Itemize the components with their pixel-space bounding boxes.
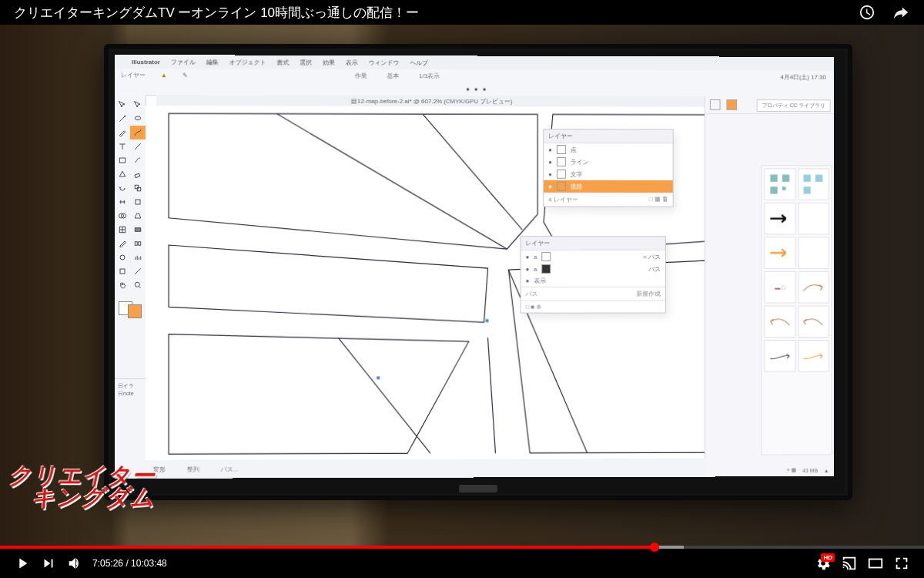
artboard-tool-icon [115, 264, 130, 278]
ai-menu-item: ヘルプ [410, 59, 428, 67]
layer2-row: ●表示 [521, 275, 665, 287]
svg-rect-11 [139, 242, 141, 245]
doc-icon: ▤ [351, 97, 357, 104]
watch-later-icon[interactable] [858, 3, 876, 22]
next-button[interactable] [35, 550, 62, 576]
fullscreen-button[interactable] [889, 550, 915, 576]
shape-builder-icon [115, 209, 130, 223]
video-player: { "video": { "title": "クリエイターキングダムTV ーオン… [0, 0, 924, 578]
direct-select-tool-icon [130, 98, 146, 112]
asset-arrow-icon [764, 203, 795, 235]
scale-tool-icon [130, 181, 146, 195]
asset-curve-arrow-icon [798, 340, 829, 372]
asset-curve-arrow-icon [764, 305, 795, 338]
svg-rect-20 [782, 187, 786, 190]
slice-tool-icon [130, 264, 146, 278]
tv-brand-badge [459, 485, 497, 492]
time-display: 7:05:26 / 10:03:48 [92, 558, 167, 569]
lasso-tool-icon [130, 112, 146, 126]
current-time: 7:05:26 [92, 558, 123, 569]
left-panel-item: 日note [118, 390, 142, 398]
mute-button[interactable] [62, 550, 88, 576]
layer2-row: ●aパス [521, 263, 665, 275]
symbol-tool-icon [115, 250, 130, 264]
svg-rect-10 [135, 242, 137, 245]
ai-app-name: Illustrator [132, 59, 160, 66]
layer-row: ●ライン [544, 156, 672, 168]
video-title-bar: クリエイターキングダムTV ーオンライン 10時間ぶっ通しの配信！ー [0, 0, 924, 25]
ai-memory-status: + ▦43 MB▲ [787, 467, 829, 473]
logo-line2: キングダム [31, 487, 159, 509]
blend-tool-icon [130, 237, 146, 250]
svg-rect-2 [135, 173, 140, 178]
curvature-tool-icon [130, 126, 146, 139]
gradient-tool-icon [130, 223, 146, 237]
video-content[interactable]: Illustrator ファイル 編集 オブジェクト 書式 選択 効果 表示 ウ… [0, 25, 924, 546]
svg-rect-24 [869, 560, 882, 568]
video-title: クリエイターキングダムTV ーオンライン 10時間ぶっ通しの配信！ー [14, 4, 419, 22]
svg-rect-5 [136, 200, 140, 204]
duration: 10:03:48 [131, 558, 167, 569]
svg-rect-13 [120, 269, 125, 274]
magic-wand-icon [115, 112, 130, 126]
svg-rect-3 [135, 185, 138, 189]
ai-left-mini-panel: 日イラ 日note [115, 378, 146, 440]
perspective-tool-icon [130, 209, 146, 223]
share-icon[interactable] [892, 3, 910, 22]
asset-curve-arrow-icon [798, 271, 829, 304]
layer2-row: ●a< パス [521, 250, 665, 263]
brush-tool-icon [130, 153, 146, 167]
svg-rect-19 [770, 187, 777, 193]
left-panel-item: 日イラ [118, 382, 142, 390]
svg-rect-15 [486, 319, 489, 322]
pen-icon: ✎ [182, 72, 188, 79]
eyedropper-tool-icon [115, 237, 130, 250]
svg-rect-21 [804, 175, 811, 182]
asset-grid: ▬ □ [762, 165, 832, 455]
layer-row: ●点 [544, 143, 672, 156]
asset-curve-arrow-icon [798, 305, 829, 338]
ai-right-panel: プロパティ CC ライブラリ ▬ □ [705, 96, 834, 477]
ai-menu-item: 表示 [346, 58, 358, 66]
ai-menu-item: 書式 [276, 58, 289, 66]
eraser-tool-icon [130, 167, 146, 181]
fill-stroke-swatch [115, 297, 146, 320]
rect-tool-icon [115, 153, 130, 167]
warning-icon: ▲ [159, 71, 169, 80]
svg-rect-9 [135, 228, 140, 232]
layer-row-selected: ●道路 [544, 180, 672, 193]
play-button[interactable] [9, 550, 35, 576]
theater-mode-button[interactable] [862, 550, 889, 576]
panel-footer: パス新規作成 [521, 287, 665, 301]
ai-home-label: レイヤー [121, 71, 146, 79]
cc-libraries-button: プロパティ CC ライブラリ [757, 99, 831, 112]
ai-menu-item: オブジェクト [229, 58, 266, 66]
asset-qr-icon [798, 168, 829, 200]
show-logo: クリエイター キングダム [3, 465, 163, 509]
cast-button[interactable] [836, 550, 862, 576]
asset-curve-arrow-icon [764, 340, 795, 372]
hand-tool-icon [115, 278, 130, 292]
ai-menu-item: 選択 [300, 58, 312, 66]
ai-top-mid: 1/3表示 [419, 72, 440, 80]
logo-line1: クリエイター [8, 465, 163, 487]
panel-footer: 4 レイヤー□ ▦ 🗑 [544, 193, 672, 207]
ai-top-mid: 基本 [387, 72, 399, 80]
hd-badge: HD [821, 553, 835, 562]
panel-title: レイヤー [521, 237, 665, 250]
svg-rect-22 [815, 175, 822, 182]
svg-rect-23 [804, 187, 811, 193]
ai-doc-tab-label: 12-map-before-2.ai* @ 607.2% (CMYK/GPU プ… [357, 96, 512, 105]
svg-point-0 [135, 116, 140, 120]
panel-footer-icons: □ ■ ⊕ [521, 301, 665, 313]
width-tool-icon [115, 195, 130, 209]
selection-tool-icon [115, 98, 130, 112]
svg-rect-16 [377, 376, 380, 379]
ai-topbar: レイヤー ▲ ✎ 作業 基本 1/3表示 4月4日(土) 17:30 ●●● [115, 69, 834, 97]
ai-menu-item: 編集 [206, 58, 219, 66]
settings-button[interactable]: HD [810, 550, 836, 576]
free-transform-icon [130, 195, 146, 209]
asset-label: ▬ □ [764, 271, 795, 304]
tv-monitor: Illustrator ファイル 編集 オブジェクト 書式 選択 効果 表示 ウ… [104, 44, 852, 500]
shaper-tool-icon [115, 167, 130, 181]
